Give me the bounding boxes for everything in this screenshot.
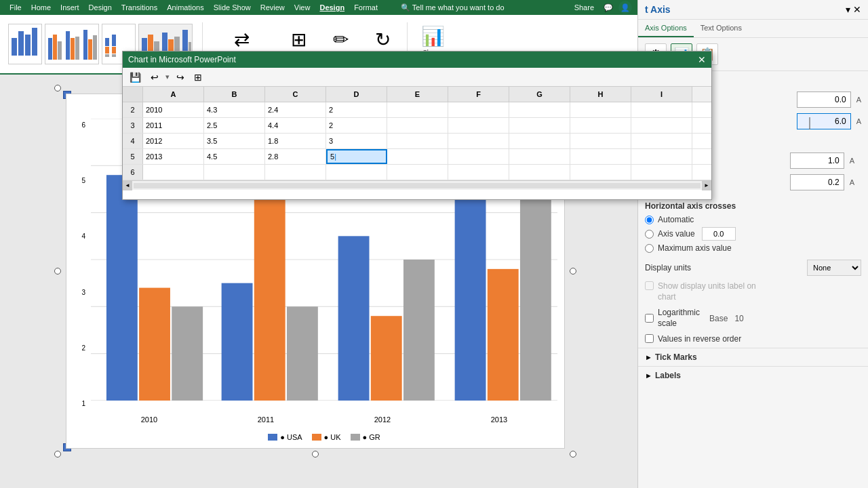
radio-axis-value[interactable] (645, 230, 654, 239)
handle-top-left[interactable] (54, 85, 61, 92)
cell-d6[interactable] (326, 165, 387, 180)
cell-a4[interactable]: 2012 (143, 134, 204, 148)
cell-e5[interactable] (387, 149, 448, 164)
cell-h6[interactable] (570, 165, 631, 180)
radio-max-axis-value[interactable] (645, 244, 654, 253)
cell-d2[interactable]: 2 (326, 102, 387, 117)
menu-transitions[interactable]: Transitions (117, 3, 161, 12)
handle-middle-right[interactable] (570, 268, 576, 274)
cell-c5[interactable]: 2.8 (265, 149, 326, 164)
scroll-right-btn[interactable]: ► (702, 181, 711, 190)
menu-animations[interactable]: Animations (163, 3, 208, 12)
handle-middle-left[interactable] (54, 268, 61, 274)
menu-tell-me[interactable]: 🔍 Tell me what you want to do (397, 3, 509, 13)
col-header-i[interactable]: I (631, 87, 692, 102)
handle-bottom-right[interactable] (570, 451, 576, 458)
col-header-b[interactable]: B (204, 87, 265, 102)
cell-e6[interactable] (387, 165, 448, 180)
cell-i2[interactable] (631, 102, 692, 117)
spreadsheet-grid-icon[interactable]: ⊞ (191, 70, 205, 84)
panel-expand-icon[interactable]: ▾ (846, 4, 850, 15)
cell-e3[interactable] (387, 118, 448, 133)
maximum-input[interactable] (797, 113, 851, 129)
major-input[interactable] (790, 152, 844, 169)
cell-h2[interactable] (570, 102, 631, 117)
cell-b4[interactable]: 3.5 (204, 134, 265, 148)
spreadsheet-close-btn[interactable]: ✕ (698, 54, 706, 65)
panel-close-btn[interactable]: ✕ (853, 4, 861, 15)
cell-b5[interactable]: 4.5 (204, 149, 265, 164)
cell-d5[interactable]: 5| (326, 149, 387, 164)
cell-b3[interactable]: 2.5 (204, 118, 265, 133)
save-icon[interactable]: 💾 (127, 70, 144, 84)
handle-bottom-center[interactable] (312, 451, 319, 458)
menu-slideshow[interactable]: Slide Show (210, 3, 255, 12)
handle-bottom-left[interactable] (54, 451, 61, 458)
cell-g3[interactable] (509, 118, 570, 133)
redo-icon[interactable]: ↪ (174, 70, 187, 84)
scroll-left-btn[interactable]: ◄ (123, 181, 132, 190)
cell-a5[interactable]: 2013 (143, 149, 204, 164)
menu-design2[interactable]: Design (315, 3, 349, 12)
col-header-e[interactable]: E (387, 87, 448, 102)
cell-e4[interactable] (387, 134, 448, 148)
cell-i6[interactable] (631, 165, 692, 180)
cell-g6[interactable] (509, 165, 570, 180)
col-header-c[interactable]: C (265, 87, 326, 102)
cell-h5[interactable] (570, 149, 631, 164)
cell-f3[interactable] (448, 118, 509, 133)
cell-i5[interactable] (631, 149, 692, 164)
cell-a6[interactable] (143, 165, 204, 180)
col-header-f[interactable]: F (448, 87, 509, 102)
cell-i4[interactable] (631, 134, 692, 148)
tab-text-options[interactable]: Text Options (694, 20, 749, 37)
cell-c3[interactable]: 4.4 (265, 118, 326, 133)
minor-auto[interactable]: A (850, 178, 854, 186)
cell-d3[interactable]: 2 (326, 118, 387, 133)
maximum-auto[interactable]: A (856, 117, 861, 125)
cell-b6[interactable] (204, 165, 265, 180)
cell-b2[interactable]: 4.3 (204, 102, 265, 117)
cell-c6[interactable] (265, 165, 326, 180)
menu-file[interactable]: File (5, 3, 26, 12)
cell-c4[interactable]: 1.8 (265, 134, 326, 148)
cell-f4[interactable] (448, 134, 509, 148)
menu-share[interactable]: Share (570, 3, 598, 12)
cell-a2[interactable]: 2010 (143, 102, 204, 117)
cell-f6[interactable] (448, 165, 509, 180)
minimum-auto[interactable]: A (856, 96, 861, 104)
cell-i3[interactable] (631, 118, 692, 133)
cell-f5[interactable] (448, 149, 509, 164)
show-display-units-checkbox[interactable] (645, 281, 654, 290)
menu-insert[interactable]: Insert (56, 3, 83, 12)
col-header-a[interactable]: A (143, 87, 204, 102)
minor-input[interactable] (790, 174, 844, 190)
tick-marks-section[interactable]: ► Tick Marks (638, 348, 868, 366)
col-header-d[interactable]: D (326, 87, 387, 102)
undo-icon[interactable]: ↩ (148, 70, 161, 84)
menu-review[interactable]: Review (256, 3, 289, 12)
cell-f2[interactable] (448, 102, 509, 117)
col-header-g[interactable]: G (509, 87, 570, 102)
display-units-select[interactable]: None Hundreds Thousands Millions Billion… (807, 260, 861, 276)
labels-section[interactable]: ► Labels (638, 366, 868, 384)
menu-format[interactable]: Format (350, 3, 382, 12)
chart-thumb-1[interactable] (8, 24, 42, 64)
spreadsheet-hscrollbar[interactable]: ◄ ► (123, 180, 711, 190)
values-reverse-checkbox[interactable] (645, 334, 654, 343)
menu-comments[interactable]: 💬 (599, 3, 617, 13)
cell-h3[interactable] (570, 118, 631, 133)
cell-a3[interactable]: 2011 (143, 118, 204, 133)
radio-automatic[interactable] (645, 216, 654, 224)
col-header-h[interactable]: H (570, 87, 631, 102)
cell-e2[interactable] (387, 102, 448, 117)
logarithmic-checkbox[interactable] (645, 314, 654, 323)
scroll-track[interactable] (134, 183, 701, 188)
major-auto[interactable]: A (850, 157, 854, 165)
tab-axis-options[interactable]: Axis Options (638, 20, 694, 37)
cell-c2[interactable]: 2.4 (265, 102, 326, 117)
cell-g2[interactable] (509, 102, 570, 117)
menu-home[interactable]: Home (27, 3, 55, 12)
cell-h4[interactable] (570, 134, 631, 148)
cell-g5[interactable] (509, 149, 570, 164)
